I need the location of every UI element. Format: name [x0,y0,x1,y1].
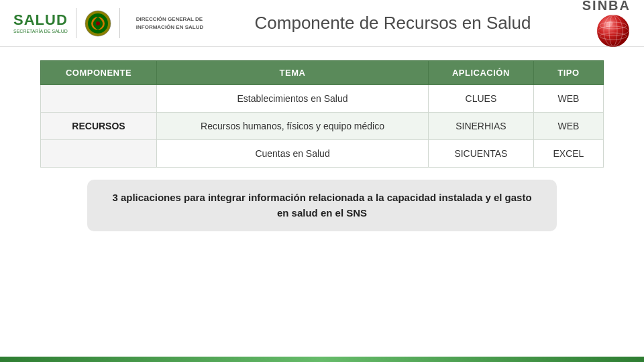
col-header-tipo: TIPO [533,61,603,85]
resources-table: COMPONENTE TEMA APLICACIÓN TIPO Establec… [40,60,604,168]
row3-tema: Cuentas en Salud [157,140,429,168]
col-header-componente: COMPONENTE [41,61,157,85]
table-header-row: COMPONENTE TEMA APLICACIÓN TIPO [41,61,604,85]
salud-text-block: SALUD SECRETARÍA DE SALUD [13,11,68,34]
row1-tipo: WEB [533,85,603,113]
top-bar: SALUD SECRETARÍA DE SALUD DIRECCIÓN GENE… [0,0,644,47]
row3-aplicacion: SICUENTAS [429,140,534,168]
row1-aplicacion: CLUES [429,85,534,113]
note-text: 3 aplicaciones para integrar información… [107,190,537,221]
dgis-line1: DIRECCIÓN GENERAL DE [136,15,203,23]
national-emblem [85,10,111,37]
vertical-divider [76,8,76,38]
table-row: Cuentas en Salud SICUENTAS EXCEL [41,140,604,168]
row2-aplicacion: SINERHIAS [429,113,534,140]
row2-componente: RECURSOS [41,113,157,140]
col-header-tema: TEMA [157,61,429,85]
vertical-divider-2 [119,8,120,38]
row1-componente [41,85,157,113]
main-content: COMPONENTE TEMA APLICACIÓN TIPO Establec… [0,47,644,238]
svg-point-4 [597,15,629,47]
page-title-block: Componente de Recursos en Salud [203,13,582,34]
sinba-logo: SINBA [582,0,631,48]
bottom-bar [0,357,644,362]
svg-point-3 [96,21,100,25]
dgis-block: DIRECCIÓN GENERAL DE INFORMACIÓN EN SALU… [136,15,203,30]
row3-componente [41,140,157,168]
row2-tipo: WEB [533,113,603,140]
dgis-line2: INFORMACIÓN EN SALUD [136,23,203,31]
sinba-sphere-icon [596,13,631,48]
table-row: RECURSOS Recursos humanos, físicos y equ… [41,113,604,140]
col-header-aplicacion: APLICACIÓN [429,61,534,85]
note-box: 3 aplicaciones para integrar información… [87,180,557,231]
row3-tipo: EXCEL [533,140,603,168]
sinba-label: SINBA [582,0,631,13]
salud-subtitle: SECRETARÍA DE SALUD [13,29,68,34]
page-title: Componente de Recursos en Salud [203,13,582,34]
salud-logo: SALUD SECRETARÍA DE SALUD [13,11,68,34]
salud-label: SALUD [13,11,68,29]
row1-tema: Establecimientos en Salud [157,85,429,113]
table-row: Establecimientos en Salud CLUES WEB [41,85,604,113]
row2-tema: Recursos humanos, físicos y equipo médic… [157,113,429,140]
